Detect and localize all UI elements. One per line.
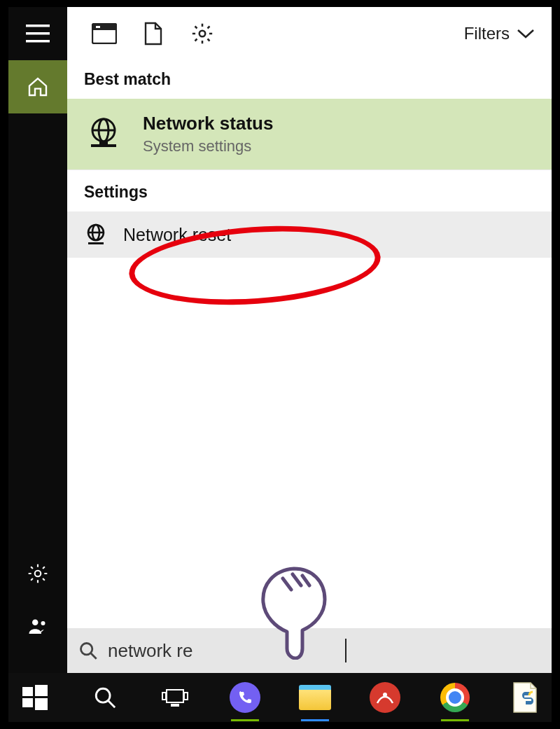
settings-result-title: Network reset [123, 225, 231, 245]
taskbar-python-doc[interactable] [508, 681, 542, 714]
red-app-icon [370, 682, 400, 713]
svg-line-19 [283, 578, 291, 590]
best-match-subtitle: System settings [143, 137, 273, 155]
svg-rect-27 [35, 698, 48, 710]
svg-point-28 [96, 688, 110, 702]
tab-apps[interactable] [80, 13, 129, 55]
chevron-down-icon [517, 28, 535, 39]
svg-point-3 [35, 571, 41, 577]
svg-line-21 [302, 576, 309, 585]
taskbar-start[interactable] [18, 681, 52, 714]
filters-label: Filters [464, 24, 510, 43]
tab-settings[interactable] [178, 13, 227, 55]
task-view-icon [161, 687, 189, 708]
python-file-icon [511, 681, 539, 714]
home-button[interactable] [8, 60, 67, 113]
taskbar-file-explorer[interactable] [298, 681, 332, 714]
cortana-sidebar [8, 7, 67, 673]
svg-rect-0 [26, 25, 50, 27]
menu-button[interactable] [8, 7, 67, 60]
best-match-result[interactable]: Network status System settings [67, 99, 552, 170]
search-input[interactable] [108, 640, 335, 662]
settings-heading: Settings [67, 170, 552, 211]
svg-rect-30 [167, 690, 183, 702]
taskbar-app-red[interactable] [368, 681, 402, 714]
search-bar[interactable] [67, 628, 552, 673]
svg-rect-31 [162, 693, 166, 700]
filters-dropdown[interactable]: Filters [464, 24, 545, 43]
svg-rect-8 [96, 26, 100, 28]
svg-rect-24 [22, 687, 33, 696]
taskbar [8, 673, 552, 722]
taskbar-search[interactable] [88, 681, 122, 714]
best-match-heading: Best match [67, 60, 552, 99]
svg-line-20 [293, 574, 301, 585]
svg-point-4 [32, 620, 38, 626]
home-icon [27, 76, 49, 98]
settings-result-network-reset[interactable]: Network reset [67, 211, 552, 258]
gear-icon [190, 22, 214, 46]
svg-rect-1 [26, 32, 50, 35]
feedback-button[interactable] [8, 600, 67, 653]
best-match-title: Network status [143, 113, 273, 134]
svg-point-34 [383, 693, 387, 697]
svg-point-22 [81, 644, 92, 655]
svg-point-9 [200, 31, 206, 37]
taskbar-app-viber[interactable] [228, 681, 262, 714]
network-reset-icon [84, 223, 108, 247]
people-icon [27, 616, 48, 637]
svg-line-23 [91, 653, 97, 659]
gear-icon [27, 562, 49, 585]
svg-rect-33 [171, 704, 179, 707]
svg-line-29 [108, 700, 115, 707]
app-window-icon [92, 23, 117, 44]
search-icon [93, 686, 117, 709]
svg-point-5 [41, 621, 46, 625]
windows-icon [22, 685, 48, 710]
taskbar-task-view[interactable] [158, 681, 192, 714]
text-caret [345, 639, 346, 662]
hamburger-icon [26, 25, 50, 43]
network-status-icon [84, 116, 123, 153]
svg-rect-2 [26, 40, 50, 43]
chrome-icon [440, 683, 470, 712]
svg-rect-26 [22, 698, 33, 707]
tab-documents[interactable] [129, 13, 178, 55]
viber-icon [230, 682, 260, 713]
settings-button[interactable] [8, 547, 67, 600]
svg-rect-18 [88, 242, 104, 244]
document-icon [144, 22, 163, 46]
search-results-panel: Filters Best match Network status [67, 7, 552, 673]
search-icon [78, 641, 98, 660]
taskbar-chrome[interactable] [438, 681, 472, 714]
folder-icon [299, 685, 331, 710]
search-scope-tabs: Filters [67, 7, 552, 60]
svg-rect-32 [184, 693, 188, 700]
svg-rect-25 [35, 685, 48, 696]
svg-rect-14 [99, 141, 108, 146]
